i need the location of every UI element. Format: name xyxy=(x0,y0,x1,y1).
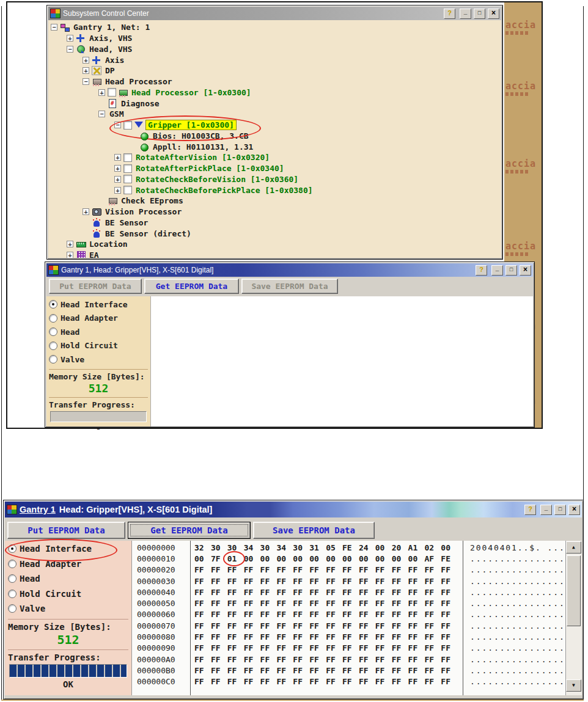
tree-item[interactable]: +DP xyxy=(48,65,501,76)
maximize-button[interactable]: □ xyxy=(505,265,517,276)
collapse-icon[interactable]: − xyxy=(114,122,121,128)
tree-item-label[interactable]: DP xyxy=(103,66,117,75)
tree-item[interactable]: Appll: H0110131, 1.31 xyxy=(48,141,501,152)
tree-item-label[interactable]: Head Processor [1-0x0300] xyxy=(130,88,253,97)
tree-item[interactable]: −Gripper [1-0x0300] xyxy=(48,120,501,131)
tree-item-label[interactable]: Head, VHS xyxy=(87,45,134,54)
gantry-link[interactable]: Gantry 1 xyxy=(20,505,56,514)
tree-item[interactable]: Check EEproms xyxy=(48,196,501,207)
scroll-up-icon[interactable]: ▲ xyxy=(566,541,581,554)
collapse-icon[interactable]: − xyxy=(83,78,89,85)
expand-icon[interactable]: + xyxy=(83,67,89,74)
tree-item[interactable]: Bios: H01003CB, 3.CB xyxy=(48,131,501,142)
radio-button[interactable] xyxy=(49,327,57,336)
tree-checkbox[interactable] xyxy=(123,175,132,183)
hex-dump-viewer[interactable]: 00000000323030343034303105FE240020A10200… xyxy=(131,541,582,695)
radio-option-hold-circuit[interactable]: Hold Circuit xyxy=(8,587,128,602)
tree-checkbox[interactable] xyxy=(123,153,132,162)
radio-button[interactable] xyxy=(49,300,57,309)
radio-option-valve[interactable]: Valve xyxy=(49,353,148,367)
expand-icon[interactable]: + xyxy=(67,241,73,247)
radio-option-hold-circuit[interactable]: Hold Circuit xyxy=(49,339,148,353)
scroll-down-icon[interactable]: ▼ xyxy=(566,679,581,692)
tree-item-label[interactable]: Axis xyxy=(103,56,126,65)
expand-icon[interactable]: + xyxy=(114,176,121,183)
tree-item[interactable]: +RotateAfterVision [1-0x0320] xyxy=(48,152,501,163)
radio-button[interactable] xyxy=(8,590,17,598)
radio-button[interactable] xyxy=(49,342,57,350)
tree-item[interactable]: +RotateCheckBeforeVision [1-0x0360] xyxy=(48,174,501,185)
close-button[interactable]: × xyxy=(520,265,531,276)
radio-button[interactable] xyxy=(8,574,17,583)
tree-item[interactable]: #Diagnose xyxy=(48,98,501,109)
tree-item-label[interactable]: Vision Processor xyxy=(103,207,183,216)
close-button[interactable]: × xyxy=(488,9,499,19)
minimize-button[interactable]: _ xyxy=(460,9,471,19)
expand-icon[interactable]: + xyxy=(114,187,121,194)
collapse-icon[interactable]: − xyxy=(51,24,57,31)
put-eeprom-data-button[interactable]: Put EEPROM Data xyxy=(7,522,125,539)
tree-item-label[interactable]: Head Processor xyxy=(103,77,174,86)
tree-item-label[interactable]: Gantry 1, Net: 1 xyxy=(72,23,152,32)
tree-item-label[interactable]: RotateCheckBeforePickPlace [1-0x0380] xyxy=(134,186,315,195)
tree-item[interactable]: +RotateCheckBeforePickPlace [1-0x0380] xyxy=(48,185,501,196)
tree-item-label[interactable]: GSM xyxy=(108,109,125,119)
titlebar[interactable]: Gantry 1, Head: Gripper[VHS], X-S[601 Di… xyxy=(46,263,533,277)
radio-option-head-adapter[interactable]: Head Adapter xyxy=(49,312,148,326)
radio-button[interactable] xyxy=(49,355,57,364)
expand-icon[interactable]: + xyxy=(114,154,121,161)
maximize-button[interactable]: □ xyxy=(554,505,566,515)
tree-item-label[interactable]: Axis, VHS xyxy=(87,34,134,43)
tree-item[interactable]: +Location xyxy=(48,239,501,250)
tree-item-label[interactable]: Check EEproms xyxy=(119,196,185,205)
tree-item-label[interactable]: Diagnose xyxy=(119,99,161,108)
expand-icon[interactable]: + xyxy=(67,35,73,42)
tree-item-label[interactable]: RotateAfterVision [1-0x0320] xyxy=(134,153,271,162)
get-eeprom-data-button[interactable]: Get EEPROM Data xyxy=(128,522,251,539)
expand-icon[interactable]: + xyxy=(98,89,105,96)
save-eeprom-data-button[interactable]: Save EEPROM Data xyxy=(253,522,375,539)
minimize-button[interactable]: _ xyxy=(540,505,552,515)
radio-option-head-adapter[interactable]: Head Adapter xyxy=(8,557,128,572)
titlebar[interactable]: Gantry 1Head: Gripper[VHS], X-S[601 Digi… xyxy=(5,502,582,517)
tree-item[interactable]: +RotateAfterPickPlace [1-0x0340] xyxy=(48,163,501,174)
tree-item-label[interactable]: RotateAfterPickPlace [1-0x0340] xyxy=(134,164,286,173)
tree-checkbox[interactable] xyxy=(123,164,132,173)
tree-checkbox[interactable] xyxy=(108,88,116,97)
titlebar[interactable]: Subsystem Control Center ? _ □ × xyxy=(48,7,501,20)
tree-item[interactable]: −GSM xyxy=(48,109,501,120)
tree-item-label[interactable]: BE Sensor xyxy=(103,218,150,227)
radio-button[interactable] xyxy=(49,314,57,323)
tree-item-label[interactable]: Location xyxy=(87,239,130,249)
radio-option-head-interface[interactable]: Head Interface xyxy=(49,298,148,312)
radio-button[interactable] xyxy=(8,604,17,613)
radio-option-head[interactable]: Head xyxy=(8,571,128,587)
tree-item-label[interactable]: RotateCheckBeforeVision [1-0x0360] xyxy=(134,175,300,184)
expand-icon[interactable]: + xyxy=(83,208,89,215)
tree-item[interactable]: +EA xyxy=(48,250,501,258)
radio-option-head-interface[interactable]: Head Interface xyxy=(8,541,128,557)
close-button[interactable]: × xyxy=(568,505,580,515)
expand-icon[interactable]: + xyxy=(83,57,89,64)
scrollbar[interactable]: ▲ ▼ xyxy=(565,541,582,695)
save-eeprom-data-button[interactable]: Save EEPROM Data xyxy=(241,279,338,294)
put-eeprom-data-button[interactable]: Put EEPROM Data xyxy=(49,279,142,294)
tree-item[interactable]: +Axis, VHS xyxy=(48,33,501,44)
tree-checkbox[interactable] xyxy=(123,186,132,194)
radio-option-head[interactable]: Head xyxy=(49,325,148,339)
tree-item-label[interactable]: Gripper [1-0x0300] xyxy=(145,120,237,130)
help-button[interactable]: ? xyxy=(524,505,536,515)
tree-item[interactable]: −Gantry 1, Net: 1 xyxy=(48,22,501,33)
collapse-icon[interactable]: − xyxy=(98,111,105,117)
tree-item[interactable]: +Axis xyxy=(48,54,501,65)
help-button[interactable]: ? xyxy=(476,265,487,276)
tree-item[interactable]: −Head, VHS xyxy=(48,44,501,55)
radio-button[interactable] xyxy=(8,544,17,553)
tree-item-label[interactable]: EA xyxy=(87,250,101,258)
tree-item-label[interactable]: Bios: H01003CB, 3.CB xyxy=(151,131,251,141)
tree-item[interactable]: −Head Processor xyxy=(48,76,501,87)
tree-checkbox[interactable] xyxy=(123,121,132,130)
maximize-button[interactable]: □ xyxy=(474,9,485,19)
device-tree[interactable]: −Gantry 1, Net: 1+Axis, VHS−Head, VHS+Ax… xyxy=(48,20,501,258)
get-eeprom-data-button[interactable]: Get EEPROM Data xyxy=(144,279,239,294)
